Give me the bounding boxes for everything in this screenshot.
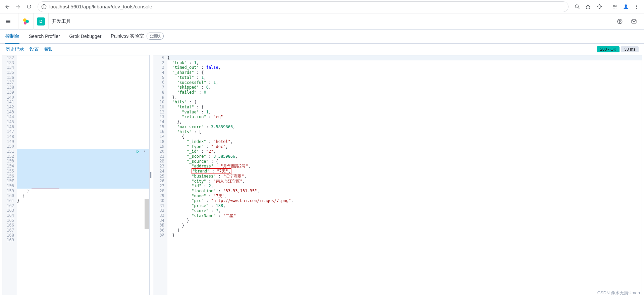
send-request-icon[interactable]: [135, 149, 141, 154]
svg-point-8: [616, 5, 617, 6]
reload-icon[interactable]: [24, 2, 34, 11]
pane-resizer[interactable]: [150, 55, 153, 295]
svg-rect-23: [150, 172, 151, 178]
apps-icon[interactable]: [610, 2, 620, 11]
svg-point-10: [616, 8, 617, 8]
svg-rect-7: [613, 8, 615, 8]
console-menu: 历史记录 设置 帮助 200 - OK 38 ms: [0, 44, 644, 55]
response-gutter: 1▾234▾56789▾10▾11▾121314▾1516▾17▾1819202…: [153, 55, 167, 295]
back-icon[interactable]: [3, 2, 12, 11]
kibana-header: D 开发工具: [0, 13, 644, 30]
request-gutter: 1321331341351361371381391401411421431441…: [2, 55, 17, 295]
tab-grok-debugger[interactable]: Grok Debugger: [69, 30, 102, 44]
extensions-icon[interactable]: [594, 2, 603, 11]
status-badge: 200 - OK: [597, 46, 620, 52]
svg-rect-17: [6, 22, 10, 23]
beta-badge: 公测版: [147, 33, 164, 40]
response-code: { "took" : 1, "timed_out" : false, "_sha…: [167, 55, 642, 295]
request-editor[interactable]: 1321331341351361371381391401411421431441…: [2, 55, 150, 295]
svg-line-4: [578, 7, 579, 9]
help-link[interactable]: 帮助: [44, 46, 54, 52]
svg-point-21: [618, 19, 622, 24]
nav-toggle-icon[interactable]: [1, 13, 15, 30]
tab-console[interactable]: 控制台: [5, 30, 19, 44]
watermark: CSDN @水无痕simon: [597, 290, 640, 296]
newsfeed-icon[interactable]: [615, 17, 625, 26]
svg-point-1: [44, 5, 44, 6]
zoom-icon[interactable]: [573, 2, 582, 11]
svg-rect-16: [6, 21, 10, 22]
svg-rect-6: [613, 6, 616, 7]
mail-icon[interactable]: [629, 17, 639, 26]
site-info-icon: [41, 4, 47, 9]
latency-badge: 38 ms: [621, 46, 639, 52]
tab-search-profiler[interactable]: Search Profiler: [29, 30, 60, 44]
svg-rect-22: [632, 19, 636, 23]
tab-painless-lab[interactable]: Painless 实验室 公测版: [111, 30, 164, 44]
response-viewer[interactable]: 1▾234▾56789▾10▾11▾121314▾1516▾17▾1819202…: [153, 55, 642, 295]
scrollbar-thumb[interactable]: [145, 199, 149, 229]
address-bar[interactable]: localhost:5601/app/kibana#/dev_tools/con…: [38, 1, 569, 12]
request-options-icon[interactable]: [142, 149, 147, 154]
svg-point-9: [616, 6, 617, 7]
svg-rect-5: [613, 5, 615, 5]
svg-rect-24: [152, 172, 152, 178]
app-badge: D: [37, 17, 45, 26]
settings-link[interactable]: 设置: [30, 46, 39, 52]
history-link[interactable]: 历史记录: [5, 46, 24, 52]
svg-point-14: [636, 8, 637, 9]
elastic-logo[interactable]: [22, 17, 30, 26]
svg-point-3: [575, 5, 578, 8]
editor-container: 1321331341351361371381391401411421431441…: [0, 55, 644, 297]
profile-avatar-icon[interactable]: [621, 2, 631, 11]
url-text: localhost:5601/app/kibana#/dev_tools/con…: [49, 4, 152, 9]
star-icon[interactable]: [583, 2, 593, 11]
svg-rect-2: [44, 6, 44, 8]
browser-toolbar: localhost:5601/app/kibana#/dev_tools/con…: [0, 0, 644, 13]
svg-point-11: [625, 4, 627, 7]
request-code[interactable]: get /hotel/_search{ "query":{ "match":{ …: [17, 55, 149, 295]
svg-point-13: [636, 6, 637, 7]
devtools-tabs: 控制台 Search Profiler Grok Debugger Painle…: [0, 30, 644, 44]
svg-point-12: [636, 5, 637, 6]
svg-rect-15: [6, 20, 10, 20]
svg-point-20: [24, 22, 26, 24]
more-icon[interactable]: [632, 2, 641, 11]
breadcrumb[interactable]: 开发工具: [52, 18, 71, 24]
forward-icon[interactable]: [13, 2, 23, 11]
